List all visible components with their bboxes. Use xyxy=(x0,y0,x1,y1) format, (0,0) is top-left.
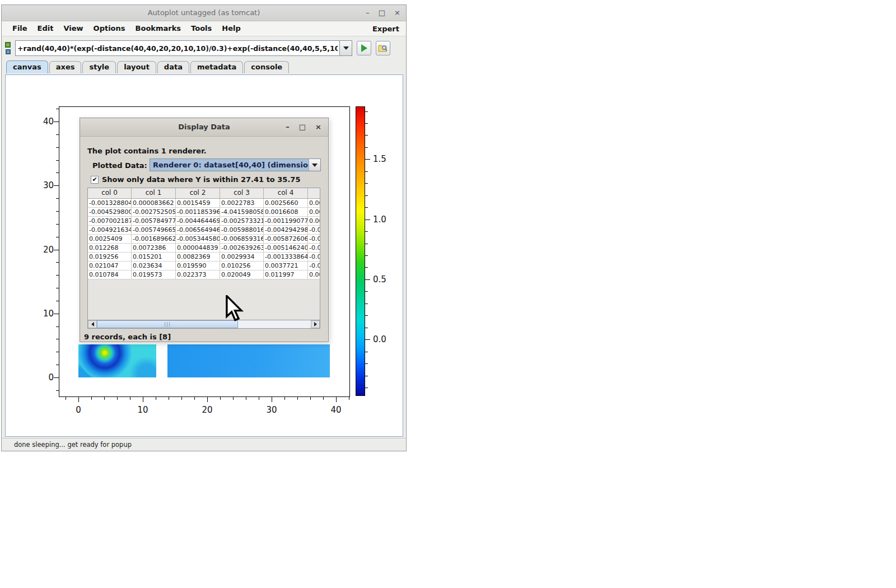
table-cell[interactable]: 0.00 xyxy=(308,199,320,208)
table-cell[interactable]: -0.001199077... xyxy=(264,217,308,226)
axis-tick xyxy=(284,397,285,400)
tab-layout[interactable]: layout xyxy=(117,61,156,73)
go-button[interactable] xyxy=(357,41,371,55)
table-cell[interactable]: 0.0029934 xyxy=(220,253,264,262)
table-cell[interactable]: -0.005146240... xyxy=(264,244,308,253)
table-cell[interactable]: 0.021047 xyxy=(88,262,132,270)
expert-label[interactable]: Expert xyxy=(372,25,399,33)
axis-tick xyxy=(56,262,59,263)
table-cell[interactable]: 0.019573 xyxy=(132,270,176,279)
table-cell[interactable]: 0.000083662 xyxy=(132,199,176,208)
tab-metadata[interactable]: metadata xyxy=(190,61,243,73)
scroll-left-button[interactable] xyxy=(88,320,97,328)
menu-help[interactable]: Help xyxy=(217,21,245,36)
menu-tools[interactable]: Tools xyxy=(186,21,217,36)
table-cell[interactable]: -0.0 xyxy=(308,244,320,253)
table-cell[interactable]: -0.001185396... xyxy=(176,208,220,217)
table-cell[interactable]: 0.0022783 xyxy=(220,199,264,208)
table-cell[interactable]: -0.005872606... xyxy=(264,235,308,244)
table-cell[interactable]: 0.015201 xyxy=(132,253,176,262)
uri-input[interactable] xyxy=(15,40,340,56)
dialog-maximize-icon[interactable]: □ xyxy=(299,118,306,136)
dialog-titlebar[interactable]: Display Data – □ × xyxy=(80,118,328,137)
menu-file[interactable]: File xyxy=(7,21,32,36)
table-cell[interactable]: 0.000044839 xyxy=(176,244,220,253)
table-cell[interactable]: 0.010784 xyxy=(88,270,132,279)
minimize-icon[interactable]: – xyxy=(366,5,370,21)
column-header[interactable] xyxy=(308,188,320,198)
table-cell[interactable]: -0.004921634... xyxy=(88,226,132,235)
tab-canvas[interactable]: canvas xyxy=(6,60,48,73)
menu-bookmarks[interactable]: Bookmarks xyxy=(130,21,186,36)
table-cell[interactable]: -0.007002187... xyxy=(88,217,132,226)
table-cell[interactable]: 0.019590 xyxy=(176,262,220,270)
tab-data[interactable]: data xyxy=(157,61,189,73)
table-cell[interactable]: 0.0072386 xyxy=(132,244,176,253)
table-cell[interactable]: 0.00 xyxy=(308,270,320,279)
table-cell[interactable]: -0.004464469... xyxy=(176,217,220,226)
table-cell[interactable]: -0.001333864... xyxy=(264,253,308,262)
table-cell[interactable]: 0.010256 xyxy=(220,262,264,270)
tab-console[interactable]: console xyxy=(244,61,289,73)
table-cell[interactable]: -0.001328804... xyxy=(88,199,132,208)
column-header[interactable]: col 1 xyxy=(132,188,176,198)
table-cell[interactable]: 0.0082369 xyxy=(176,253,220,262)
table-cell[interactable]: -0.002573321... xyxy=(220,217,264,226)
table-cell[interactable]: -4.041598058... xyxy=(220,208,264,217)
table-cell[interactable]: 0.012268 xyxy=(88,244,132,253)
plotted-data-select[interactable]: Renderer 0: dataset[40,40] (dimension... xyxy=(150,158,321,171)
table-cell[interactable]: -0.004529800... xyxy=(88,208,132,217)
table-cell[interactable]: 0.00 xyxy=(308,217,320,226)
table-cell[interactable]: -0.005988016... xyxy=(220,226,264,235)
scroll-right-button[interactable] xyxy=(311,320,320,328)
table-cell[interactable]: -0.0 xyxy=(308,262,320,270)
table-cell[interactable]: -0.0 xyxy=(308,235,320,244)
axis-tick xyxy=(54,185,59,186)
table-cell[interactable]: 0.0015459 xyxy=(176,199,220,208)
dialog-minimize-icon[interactable]: – xyxy=(286,118,290,136)
axis-tick xyxy=(365,135,368,136)
table-cell[interactable]: -0.002639263... xyxy=(220,244,264,253)
table-cell[interactable]: -0.005344580... xyxy=(176,235,220,244)
column-header[interactable]: col 4 xyxy=(264,188,308,198)
menu-view[interactable]: View xyxy=(58,21,88,36)
table-cell[interactable]: 0.00 xyxy=(308,208,320,217)
table-cell[interactable]: 0.0025660 xyxy=(264,199,308,208)
table-cell[interactable]: -0.006564946... xyxy=(176,226,220,235)
horizontal-scrollbar[interactable]: ||| xyxy=(88,320,320,328)
maximize-icon[interactable]: □ xyxy=(379,5,385,21)
plotted-data-dropdown-button[interactable] xyxy=(309,159,320,171)
scrollbar-track[interactable] xyxy=(238,320,311,328)
window-titlebar[interactable]: Autoplot untagged (as tomcat) – □ × xyxy=(2,5,406,21)
column-header[interactable]: col 3 xyxy=(220,188,264,198)
tab-style[interactable]: style xyxy=(82,61,116,73)
y-filter-checkbox[interactable]: ✔ xyxy=(91,176,99,184)
uri-dropdown-button[interactable] xyxy=(340,40,352,56)
axis-tick xyxy=(56,390,59,391)
close-icon[interactable]: × xyxy=(394,5,400,21)
menu-options[interactable]: Options xyxy=(88,21,130,36)
table-cell[interactable]: -0.005749665... xyxy=(132,226,176,235)
table-cell[interactable]: 0.0016608 xyxy=(264,208,308,217)
table-cell[interactable]: 0.020049 xyxy=(220,270,264,279)
table-cell[interactable]: 0.019256 xyxy=(88,253,132,262)
table-cell[interactable]: -0.005784977... xyxy=(132,217,176,226)
menu-edit[interactable]: Edit xyxy=(32,21,59,36)
table-cell[interactable]: 0.0025409 xyxy=(88,235,132,244)
table-cell[interactable]: -0.0 xyxy=(308,226,320,235)
table-cell[interactable]: -0.002752505... xyxy=(132,208,176,217)
table-cell[interactable]: -0.004294298... xyxy=(264,226,308,235)
table-cell[interactable]: 0.023634 xyxy=(132,262,176,270)
table-cell[interactable]: 0.011997 xyxy=(264,270,308,279)
table-cell[interactable]: 0.022373 xyxy=(176,270,220,279)
table-cell[interactable]: 0.0037721 xyxy=(264,262,308,270)
table-cell[interactable]: -0.0 xyxy=(308,253,320,262)
scrollbar-thumb[interactable]: ||| xyxy=(97,320,238,328)
column-header[interactable]: col 0 xyxy=(88,188,132,198)
dialog-close-icon[interactable]: × xyxy=(315,118,321,136)
table-cell[interactable]: -0.001689662... xyxy=(132,235,176,244)
inspect-button[interactable] xyxy=(376,41,390,55)
column-header[interactable]: col 2 xyxy=(176,188,220,198)
tab-axes[interactable]: axes xyxy=(49,61,82,73)
table-cell[interactable]: -0.006859316... xyxy=(220,235,264,244)
